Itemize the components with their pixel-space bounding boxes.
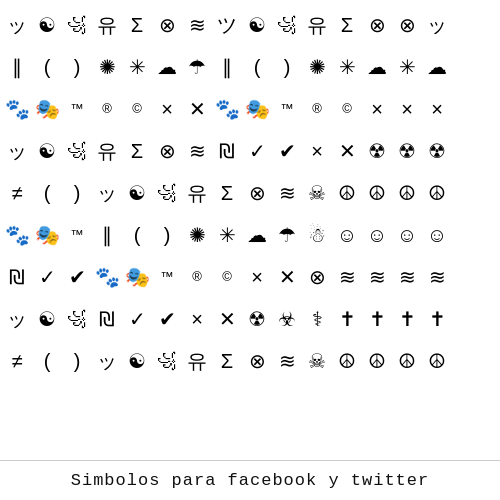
sym: ☮: [392, 340, 422, 382]
sym: ꧁: [62, 130, 92, 172]
sym: ×: [422, 88, 452, 130]
symbol-row-4: ッ ☯ ꧁ 유 Σ ⊗ ≋ ₪ ✓ ✔ × ✕ ☢ ☢ ☢: [2, 130, 498, 172]
sym: ©: [212, 256, 242, 298]
sym: ☯: [122, 340, 152, 382]
sym: ✕: [332, 130, 362, 172]
sym: ☮: [332, 340, 362, 382]
sym: ≋: [272, 172, 302, 214]
sym: ×: [152, 88, 182, 130]
sym: ⊗: [362, 4, 392, 46]
sym: ⊗: [152, 130, 182, 172]
sym: ッ: [92, 172, 122, 214]
sym: Σ: [212, 340, 242, 382]
symbol-row-7: ₪ ✓ ✔ 🐾 🎭 ™ ® © × ✕ ⊗ ≋ ≋ ≋ ≋: [2, 256, 498, 298]
sym: ™: [272, 88, 302, 130]
sym: 유: [92, 130, 122, 172]
sym: ☺: [362, 214, 392, 256]
sym: ☮: [362, 172, 392, 214]
sym: ≋: [332, 256, 362, 298]
symbols-grid: ッ ☯ ꧁ 유 Σ ⊗ ≋ ツ ☯ ꧁ 유 Σ ⊗ ⊗ ッ ∥ ( ) ✺ ✳ …: [0, 0, 500, 460]
sym: ☁: [152, 46, 182, 88]
sym: ©: [122, 88, 152, 130]
sym: (: [32, 340, 62, 382]
sym: ☂: [182, 46, 212, 88]
sym: ©: [332, 88, 362, 130]
sym: 🎭: [242, 88, 272, 130]
sym: ₪: [2, 256, 32, 298]
sym: ☢: [392, 130, 422, 172]
sym: Σ: [212, 172, 242, 214]
sym: ☺: [332, 214, 362, 256]
sym: ™: [62, 88, 92, 130]
sym: ®: [182, 256, 212, 298]
sym: 🐾: [2, 88, 32, 130]
sym: ∥: [92, 214, 122, 256]
sym: ⊗: [152, 4, 182, 46]
sym: (: [32, 172, 62, 214]
sym: ☃: [302, 214, 332, 256]
sym: ッ: [2, 298, 32, 340]
sym: ☣: [272, 298, 302, 340]
sym: ツ: [212, 4, 242, 46]
sym: ×: [302, 130, 332, 172]
sym: 유: [182, 340, 212, 382]
sym: ✝: [422, 298, 452, 340]
sym: ✓: [32, 256, 62, 298]
sym: ≋: [272, 340, 302, 382]
sym: 🐾: [92, 256, 122, 298]
sym: ☠: [302, 340, 332, 382]
sym: ✓: [122, 298, 152, 340]
sym: 🎭: [122, 256, 152, 298]
sym: ∥: [212, 46, 242, 88]
sym: 🐾: [2, 214, 32, 256]
sym: ✝: [362, 298, 392, 340]
sym: ☯: [122, 172, 152, 214]
sym: ✺: [92, 46, 122, 88]
symbol-row-2: ∥ ( ) ✺ ✳ ☁ ☂ ∥ ( ) ✺ ✳ ☁ ✳ ☁: [2, 46, 498, 88]
sym: ₪: [92, 298, 122, 340]
sym: 유: [92, 4, 122, 46]
sym: ×: [392, 88, 422, 130]
sym: ☮: [362, 340, 392, 382]
sym: Σ: [332, 4, 362, 46]
sym: ☮: [392, 172, 422, 214]
sym: (: [32, 46, 62, 88]
sym: (: [242, 46, 272, 88]
sym: ☯: [32, 298, 62, 340]
sym: ✔: [152, 298, 182, 340]
sym: ×: [182, 298, 212, 340]
sym: ✳: [212, 214, 242, 256]
symbol-row-6: 🐾 🎭 ™ ∥ ( ) ✺ ✳ ☁ ☂ ☃ ☺ ☺ ☺ ☺: [2, 214, 498, 256]
sym: ☺: [392, 214, 422, 256]
sym: ™: [62, 214, 92, 256]
sym: ✕: [182, 88, 212, 130]
sym: ✳: [122, 46, 152, 88]
sym: ≋: [392, 256, 422, 298]
sym: ッ: [422, 4, 452, 46]
sym: ₪: [212, 130, 242, 172]
symbol-row-3: 🐾 🎭 ™ ® © × ✕ 🐾 🎭 ™ ® © × × ×: [2, 88, 498, 130]
sym: ☂: [272, 214, 302, 256]
sym: ☯: [32, 4, 62, 46]
sym: 🎭: [32, 88, 62, 130]
sym: ): [272, 46, 302, 88]
sym: ꧁: [62, 298, 92, 340]
sym: ): [152, 214, 182, 256]
symbol-row-1: ッ ☯ ꧁ 유 Σ ⊗ ≋ ツ ☯ ꧁ 유 Σ ⊗ ⊗ ッ: [2, 4, 498, 46]
sym: ≠: [2, 340, 32, 382]
sym: ッ: [2, 130, 32, 172]
sym: ®: [302, 88, 332, 130]
sym: ☯: [32, 130, 62, 172]
sym: ⊗: [302, 256, 332, 298]
sym: 🎭: [32, 214, 62, 256]
sym: ⚕: [302, 298, 332, 340]
sym: (: [122, 214, 152, 256]
sym: ✕: [212, 298, 242, 340]
symbol-row-8: ッ ☯ ꧁ ₪ ✓ ✔ × ✕ ☢ ☣ ⚕ ✝ ✝ ✝ ✝: [2, 298, 498, 340]
symbol-row-5: ≠ ( ) ッ ☯ ꧁ 유 Σ ⊗ ≋ ☠ ☮ ☮ ☮ ☮: [2, 172, 498, 214]
sym: ꧁: [62, 4, 92, 46]
sym: ): [62, 172, 92, 214]
sym: ≠: [2, 172, 32, 214]
sym: ✳: [392, 46, 422, 88]
sym: ≋: [362, 256, 392, 298]
